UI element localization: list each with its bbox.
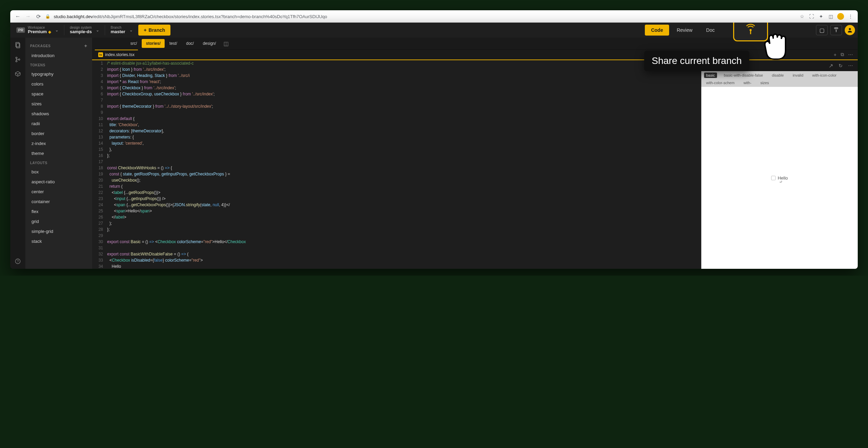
code-editor[interactable]: 1/* eslint-disable jsx-a11y/label-has-as… xyxy=(92,60,701,269)
files-icon[interactable] xyxy=(14,41,22,49)
activity-rail: ? xyxy=(10,38,25,269)
back-icon[interactable]: ← xyxy=(14,13,21,20)
svg-point-7 xyxy=(18,59,20,60)
help-icon[interactable]: ? xyxy=(14,257,22,265)
chevron-down-icon: ⌄ xyxy=(55,28,59,32)
star-icon[interactable]: ☆ xyxy=(799,13,805,19)
copy-icon[interactable]: ⧉ xyxy=(839,50,846,59)
refresh-icon[interactable]: ↻ xyxy=(837,62,845,70)
folder-tab[interactable]: stories/ xyxy=(142,39,165,48)
file-tab-active[interactable]: ts index.stories.tsx xyxy=(95,50,138,59)
svg-point-5 xyxy=(16,57,17,58)
topbar: PR Workspace Premium ◈ ⌄ design system s… xyxy=(10,23,858,38)
source-control-icon[interactable] xyxy=(14,55,22,64)
browser-menu-icon[interactable]: ⋮ xyxy=(847,13,854,19)
add-package-icon[interactable]: + xyxy=(84,43,87,49)
sidebar-section: LAYOUTS xyxy=(25,158,92,167)
folder-tab[interactable]: test/ xyxy=(165,39,181,48)
branch-selector[interactable]: Branch master ⌄ xyxy=(107,24,136,36)
sidebar-section: PACKAGES+ xyxy=(25,40,92,51)
broadcast-small-icon[interactable] xyxy=(830,25,842,35)
new-branch-button[interactable]: + Branch xyxy=(138,25,170,36)
sidebar-item-center[interactable]: center xyxy=(25,187,92,197)
sidebar-item-grid[interactable]: grid xyxy=(25,216,92,226)
preview-canvas: Hello ⤾ xyxy=(701,87,858,269)
sidebar-item-colors[interactable]: colors xyxy=(25,79,92,89)
display-icon[interactable]: ▢ xyxy=(816,25,828,35)
sidebar-item-space[interactable]: space xyxy=(25,89,92,99)
svg-point-0 xyxy=(750,29,752,31)
folder-tab[interactable]: design/ xyxy=(199,39,220,48)
cursor-hand-icon xyxy=(759,27,793,64)
plus-icon: + xyxy=(144,27,146,33)
forward-icon[interactable]: → xyxy=(25,13,31,20)
chevron-down-icon: ⌄ xyxy=(96,28,99,32)
story-tab[interactable]: disable xyxy=(770,73,786,78)
mode-tab-code[interactable]: Code xyxy=(645,25,669,36)
sidebar-item-sizes[interactable]: sizes xyxy=(25,99,92,109)
sidebar-item-flex[interactable]: flex xyxy=(25,207,92,216)
sidebar-item-aspect-ratio[interactable]: aspect-ratio xyxy=(25,177,92,187)
premium-icon: ◈ xyxy=(48,30,51,34)
sidebar-item-introduction[interactable]: introduction xyxy=(25,51,92,61)
layout-icon[interactable]: ◫ xyxy=(221,39,231,48)
story-tab[interactable]: with-color-schem xyxy=(704,80,737,85)
sidebar-item-box[interactable]: box xyxy=(25,167,92,177)
svg-point-6 xyxy=(16,61,17,62)
story-tabs: basicbasic-with-disable-falsedisableinva… xyxy=(701,71,858,87)
sidebar-item-typography[interactable]: typography xyxy=(25,69,92,79)
open-external-icon[interactable]: ↗ xyxy=(827,61,835,70)
story-tab[interactable]: sizes xyxy=(758,80,771,85)
reload-icon[interactable]: ⟳ xyxy=(35,13,42,20)
chevron-down-icon: ⌄ xyxy=(129,28,133,32)
more-icon[interactable]: ⋯ xyxy=(846,62,855,70)
story-tab[interactable]: basic xyxy=(704,73,717,78)
crop-icon[interactable]: ⛶ xyxy=(808,13,815,19)
browser-chrome: ← → ⟳ 🔒 studio.backlight.dev/edit/sNbJip… xyxy=(10,10,858,23)
address-bar[interactable]: studio.backlight.dev/edit/sNbJipmRTmsIL3… xyxy=(54,14,795,19)
mode-tab-review[interactable]: Review xyxy=(671,25,699,36)
share-tooltip: Share current branch xyxy=(644,51,749,71)
story-tab[interactable]: with-icon-color xyxy=(810,73,839,78)
preview-panel: ⤱ StoriesDo ↗ ↻ ⋯ basicbasic-with-disabl… xyxy=(701,60,858,269)
story-tab[interactable]: invalid xyxy=(791,73,805,78)
broadcast-icon xyxy=(744,23,757,37)
panel-icon[interactable]: ◫ xyxy=(828,13,834,19)
sidebar-item-theme[interactable]: theme xyxy=(25,148,92,158)
user-avatar[interactable] xyxy=(845,25,855,35)
more-icon[interactable]: ⋯ xyxy=(846,51,855,59)
story-tab[interactable]: with- xyxy=(741,80,753,85)
lock-icon: 🔒 xyxy=(45,14,50,19)
sidebar-item-radii[interactable]: radii xyxy=(25,119,92,129)
project-selector[interactable]: design system sample-ds ⌄ xyxy=(66,24,103,36)
mode-tab-doc[interactable]: Doc xyxy=(700,25,721,36)
sidebar-item-z-index[interactable]: z-index xyxy=(25,139,92,148)
svg-text:?: ? xyxy=(17,260,19,263)
sidebar-item-border[interactable]: border xyxy=(25,129,92,139)
sidebar-item-shadows[interactable]: shadows xyxy=(25,109,92,119)
extensions-icon[interactable]: ✦ xyxy=(818,13,824,19)
checkbox-icon[interactable] xyxy=(771,176,776,180)
add-file-icon[interactable]: + xyxy=(832,51,839,59)
sidebar-item-container[interactable]: container xyxy=(25,197,92,207)
sidebar-section: TOKENS xyxy=(25,61,92,69)
cursor-icon: ⤾ xyxy=(779,180,782,184)
sidebar-item-simple-grid[interactable]: simple-grid xyxy=(25,226,92,236)
story-tab[interactable]: basic-with-disable-false xyxy=(722,73,765,78)
typescript-icon: ts xyxy=(98,52,103,57)
browser-avatar[interactable] xyxy=(837,13,844,20)
package-icon[interactable] xyxy=(14,70,22,78)
svg-point-1 xyxy=(836,30,837,31)
folder-tab[interactable]: doc/ xyxy=(182,39,198,48)
folder-tab[interactable]: src/ xyxy=(126,39,141,48)
mode-tabs: CodeReviewDoc xyxy=(645,25,721,36)
svg-point-2 xyxy=(849,28,851,30)
workspace-selector[interactable]: PR Workspace Premium ◈ ⌄ xyxy=(13,24,62,36)
sidebar-item-stack[interactable]: stack xyxy=(25,236,92,246)
package-sidebar: PACKAGES+introductionTOKENStypographycol… xyxy=(25,38,92,269)
